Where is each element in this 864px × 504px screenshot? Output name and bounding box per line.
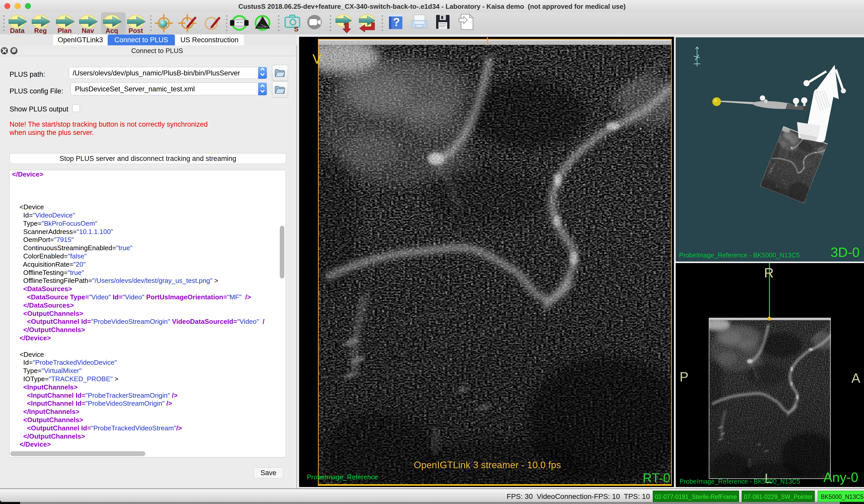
svg-text:Data: Data bbox=[10, 27, 25, 35]
svg-text:V: V bbox=[312, 51, 322, 66]
svg-text:Reg: Reg bbox=[34, 27, 47, 35]
svg-text:R: R bbox=[764, 266, 774, 280]
svg-text:Any-0: Any-0 bbox=[823, 470, 858, 485]
svg-text:Plan: Plan bbox=[58, 27, 72, 35]
svg-text:Acq: Acq bbox=[105, 27, 118, 35]
svg-text:?: ? bbox=[393, 16, 400, 28]
svg-text:S: S bbox=[294, 25, 298, 33]
svg-text:RT-0: RT-0 bbox=[643, 471, 670, 485]
svg-text:OpenIGTLink 3 streamer - 10.0: OpenIGTLink 3 streamer - 10.0 fps bbox=[414, 460, 561, 470]
svg-text:ProbeImage_Reference: ProbeImage_Reference bbox=[307, 473, 378, 481]
svg-text:A: A bbox=[851, 371, 860, 385]
svg-text:P: P bbox=[680, 369, 688, 384]
svg-text:Nav: Nav bbox=[82, 27, 94, 35]
svg-text:Post: Post bbox=[129, 27, 143, 35]
svg-text:3D-0: 3D-0 bbox=[830, 245, 860, 260]
svg-text:ProbeImage_Reference - BK5000_: ProbeImage_Reference - BK5000_N13C5 bbox=[680, 478, 800, 485]
svg-text:ProbeImage_Reference - BK5000_: ProbeImage_Reference - BK5000_N13C5 bbox=[679, 251, 800, 259]
